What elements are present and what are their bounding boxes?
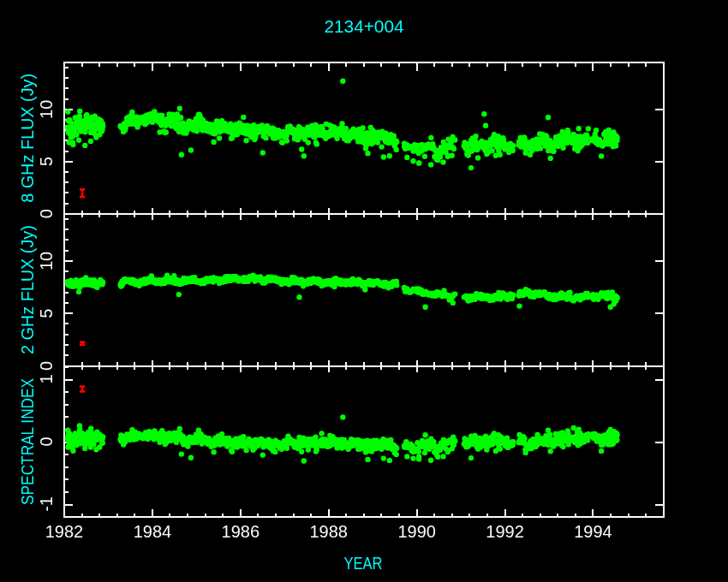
y-tick-label: 5: [37, 157, 56, 166]
chart-title: 2134+004: [325, 17, 404, 36]
data-point: [301, 153, 307, 158]
data-point: [314, 141, 319, 146]
data-point: [381, 154, 386, 159]
data-point: [340, 414, 345, 419]
data-point: [319, 431, 324, 436]
data-point: [473, 134, 478, 139]
data-point: [428, 135, 433, 140]
data-point: [585, 437, 590, 442]
data-point: [510, 148, 516, 153]
y-tick-label: 10: [37, 100, 56, 119]
data-point: [394, 446, 399, 451]
data-point: [614, 295, 619, 300]
data-point: [560, 146, 565, 151]
data-point: [516, 303, 522, 308]
data-point: [548, 156, 553, 161]
data-point: [230, 449, 235, 454]
data-point: [546, 115, 551, 120]
data-point: [404, 454, 409, 459]
x-tick-label: 1994: [574, 522, 612, 541]
data-point: [100, 123, 105, 128]
data-point: [100, 440, 105, 445]
data-point: [560, 444, 565, 449]
data-point: [416, 160, 421, 165]
data-point: [567, 290, 572, 295]
data-point: [440, 454, 445, 459]
x-tick-label: 1988: [309, 522, 348, 541]
data-point: [179, 152, 184, 157]
data-point: [88, 139, 93, 144]
data-point: [364, 142, 369, 147]
data-point: [510, 293, 516, 298]
y-tick-label: 0: [37, 209, 56, 218]
data-point: [451, 300, 456, 306]
x-tick-label: 1992: [486, 522, 524, 541]
data-point: [599, 448, 604, 454]
data-point: [475, 155, 480, 160]
data-point: [435, 454, 440, 460]
data-point: [422, 305, 427, 310]
data-point: [284, 138, 289, 143]
data-point: [394, 452, 399, 457]
y-axis-label-8ghz: 8 GHz FLUX (Jy): [18, 74, 37, 203]
chart-canvas: 2134+004 05100510-101 198219841986198819…: [0, 0, 728, 582]
data-point: [263, 135, 268, 140]
x-tick-label: 1990: [397, 522, 436, 541]
data-point: [498, 446, 503, 451]
data-point: [548, 448, 553, 454]
data-point: [76, 289, 81, 294]
data-point: [451, 146, 456, 151]
data-point: [410, 158, 415, 163]
data-point: [522, 436, 527, 441]
data-point: [177, 426, 182, 431]
data-point: [440, 159, 445, 164]
data-point: [241, 115, 246, 120]
data-point: [272, 449, 277, 454]
data-point: [586, 126, 591, 131]
data-point: [188, 455, 194, 460]
data-point: [76, 138, 81, 143]
data-point: [340, 79, 345, 84]
data-point: [243, 448, 248, 453]
y-tick-label: 0: [37, 361, 56, 371]
data-point: [614, 135, 619, 140]
data-point: [394, 147, 399, 152]
x-axis-label: YEAR: [344, 554, 383, 573]
data-point: [82, 143, 87, 148]
y-axis-label-2ghz: 2 GHz FLUX (Jy): [18, 225, 37, 354]
data-point: [334, 136, 339, 141]
data-point: [468, 165, 474, 170]
data-point: [365, 151, 370, 156]
data-point: [74, 132, 79, 137]
data-point: [483, 123, 488, 128]
data-point: [306, 140, 311, 145]
data-point: [547, 432, 552, 437]
y-tick-label: 0: [37, 436, 56, 446]
data-point: [450, 153, 455, 158]
data-point: [219, 431, 224, 436]
data-point: [394, 140, 399, 145]
y-tick-label: 5: [37, 309, 56, 318]
data-point: [176, 292, 182, 297]
data-point: [428, 458, 433, 463]
data-point: [452, 438, 457, 443]
data-point: [365, 457, 370, 462]
data-point: [100, 434, 105, 439]
data-point: [301, 458, 307, 463]
data-point: [576, 126, 582, 131]
data-point: [70, 142, 75, 147]
data-point: [387, 153, 392, 158]
data-point: [313, 434, 318, 439]
y-axis-label-spectral-index: SPECTRAL INDEX: [18, 378, 37, 505]
data-point: [391, 134, 397, 139]
data-point: [70, 448, 75, 454]
data-point: [241, 434, 246, 439]
data-point: [468, 455, 474, 460]
data-point: [489, 148, 494, 153]
x-tick-label: 1986: [222, 522, 260, 541]
data-point: [510, 439, 516, 444]
data-point: [260, 150, 266, 155]
data-point: [100, 280, 105, 285]
data-point: [410, 455, 415, 460]
data-point: [65, 109, 70, 114]
